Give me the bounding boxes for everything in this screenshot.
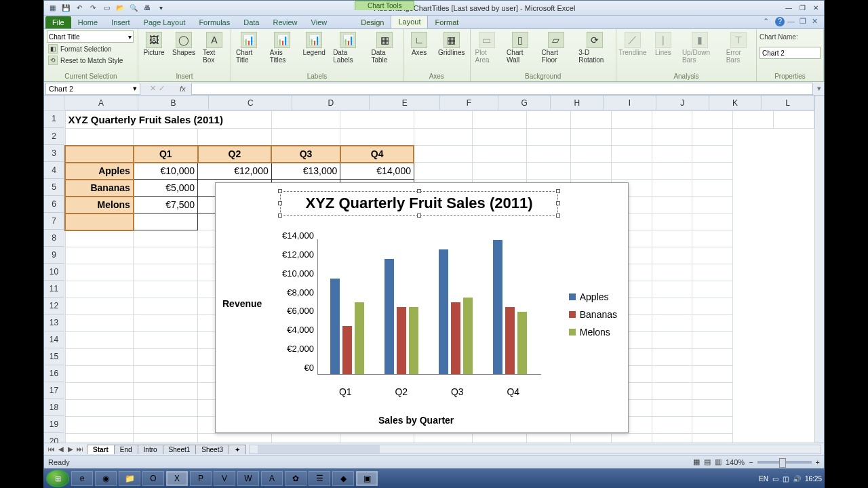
taskbar-chrome[interactable]: ◉ [95, 471, 117, 486]
close-icon[interactable]: ✕ [810, 3, 821, 14]
lines-button[interactable]: |Lines [650, 30, 676, 58]
worksheet-grid[interactable]: ABCDEFGHIJKL 123456789101112131415161718… [44, 96, 824, 443]
row-header[interactable]: 17 [44, 382, 64, 399]
new-icon[interactable]: ▭ [101, 3, 112, 14]
3d-rotation-button[interactable]: ⟳3-D Rotation [576, 30, 613, 65]
restore-icon[interactable]: ❐ [797, 3, 808, 14]
cell[interactable] [65, 247, 134, 264]
column-header[interactable]: L [762, 96, 814, 110]
chart-floor-button[interactable]: ▱Chart Floor [540, 30, 573, 65]
trendline-button[interactable]: ／Trendline [619, 30, 646, 58]
taskbar-access[interactable]: A [261, 471, 283, 486]
cell[interactable]: Q2 [198, 146, 272, 163]
cell[interactable] [65, 417, 134, 434]
cell[interactable] [473, 163, 526, 180]
tab-home[interactable]: Home [71, 16, 104, 28]
row-header[interactable]: 12 [44, 298, 64, 314]
cell[interactable] [65, 298, 134, 315]
cell[interactable] [692, 180, 733, 197]
cell[interactable] [271, 129, 340, 146]
cell[interactable] [65, 349, 134, 366]
redo-icon[interactable]: ↷ [87, 3, 98, 14]
column-header[interactable]: J [656, 96, 709, 110]
cell[interactable] [473, 111, 526, 129]
fx-icon[interactable]: fx [174, 85, 191, 93]
row-header[interactable]: 14 [44, 331, 64, 348]
cell[interactable] [134, 298, 198, 315]
tray-clock[interactable]: 16:25 [805, 475, 822, 483]
data-table-button[interactable]: ▦Data Table [369, 30, 400, 65]
cell[interactable] [571, 163, 612, 180]
taskbar-outlook[interactable]: O [142, 471, 164, 486]
chart-element-selector[interactable]: Chart Title▾ [47, 30, 134, 43]
chart-x-axis-title[interactable]: Sales by Quarter [378, 415, 454, 426]
cell[interactable] [692, 315, 733, 332]
axes-button[interactable]: ∟Axes [406, 30, 432, 58]
row-header[interactable]: 5 [44, 179, 64, 196]
cell[interactable] [65, 400, 134, 417]
first-sheet-icon[interactable]: ⏮ [47, 445, 56, 453]
cell[interactable] [692, 146, 733, 163]
cell[interactable] [652, 111, 692, 129]
cell[interactable] [652, 298, 692, 315]
cell[interactable] [652, 366, 692, 383]
cell[interactable] [134, 230, 198, 247]
cell[interactable] [473, 146, 526, 163]
cell[interactable] [611, 146, 652, 163]
cell[interactable] [571, 111, 612, 129]
cell[interactable] [65, 366, 134, 383]
expand-formula-bar-icon[interactable]: ▾ [814, 84, 824, 93]
cell[interactable] [571, 434, 612, 443]
cell[interactable] [65, 332, 134, 349]
cell[interactable]: €10,000 [134, 163, 198, 180]
taskbar-explorer[interactable]: 📁 [119, 471, 140, 486]
cell[interactable] [65, 146, 134, 163]
column-header[interactable]: K [709, 96, 762, 110]
row-header[interactable]: 6 [44, 196, 64, 213]
tab-view[interactable]: View [304, 16, 334, 28]
error-bars-button[interactable]: ⊤Error Bars [724, 30, 753, 65]
row-header[interactable]: 18 [44, 399, 64, 416]
tray-network-icon[interactable]: ◫ [783, 475, 789, 483]
cell[interactable] [652, 247, 692, 264]
cell[interactable] [652, 180, 692, 197]
cell[interactable] [65, 214, 134, 230]
sheet-tab-sheet3[interactable]: Sheet3 [195, 445, 229, 454]
cell[interactable] [134, 383, 198, 400]
column-header[interactable]: E [370, 96, 440, 110]
cell[interactable] [652, 163, 692, 180]
plot-area-button[interactable]: ▭Plot Area [473, 30, 501, 65]
format-selection-button[interactable]: ◧Format Selection [47, 43, 135, 54]
cell[interactable] [692, 281, 733, 298]
shapes-button[interactable]: ◯Shapes [171, 30, 197, 58]
cell[interactable]: Q3 [271, 146, 340, 163]
cell[interactable] [134, 281, 198, 298]
tab-insert[interactable]: Insert [104, 16, 137, 28]
cell[interactable] [414, 163, 472, 180]
cell[interactable] [65, 129, 134, 146]
taskbar-ie[interactable]: e [71, 471, 93, 486]
cell[interactable] [692, 298, 733, 315]
select-all-corner[interactable] [44, 96, 64, 110]
cell[interactable] [134, 417, 198, 434]
cell[interactable] [65, 315, 134, 332]
new-sheet-button[interactable]: ✦ [229, 445, 246, 454]
cell[interactable] [134, 332, 198, 349]
tray-flag-icon[interactable]: ▭ [772, 475, 778, 483]
row-headers[interactable]: 1234567891011121314151617181920 [44, 110, 64, 443]
cell[interactable] [571, 146, 612, 163]
cell[interactable]: €7,500 [134, 197, 198, 214]
cell[interactable]: €13,000 [271, 163, 340, 180]
cell[interactable]: €14,000 [340, 163, 414, 180]
cell[interactable] [65, 230, 134, 247]
column-header[interactable]: B [138, 96, 209, 110]
row-header[interactable]: 2 [44, 128, 64, 145]
sheet-tab-end[interactable]: End [114, 445, 138, 454]
tray-volume-icon[interactable]: 🔊 [793, 475, 801, 483]
taskbar-powerpoint[interactable]: P [190, 471, 212, 486]
cell[interactable] [414, 146, 472, 163]
cell[interactable] [652, 197, 692, 214]
cell[interactable]: Melons [65, 197, 134, 214]
tray-lang[interactable]: EN [759, 475, 768, 483]
row-header[interactable]: 9 [44, 247, 64, 264]
